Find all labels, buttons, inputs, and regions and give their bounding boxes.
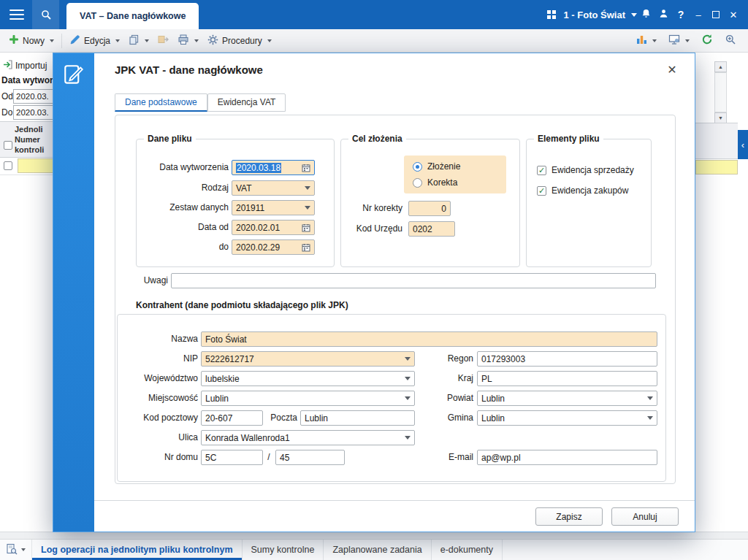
top-bar-right: 1 - Foto Świat ? – ✕: [546, 0, 748, 29]
notifications-button[interactable]: [637, 0, 654, 29]
anuluj-button[interactable]: Anuluj: [611, 507, 679, 526]
uwagi-input[interactable]: [171, 273, 656, 288]
importuj-label: Importuj: [15, 61, 47, 71]
scroll-down-button[interactable]: ▼: [714, 112, 727, 123]
grid-header-line2: Numer: [15, 135, 40, 144]
copy-icon: [129, 34, 140, 47]
field-value: 201911: [236, 203, 264, 213]
powiat-select[interactable]: Lublin: [477, 391, 657, 406]
checkbox-ewidencja-zakupow[interactable]: ✓: [537, 186, 546, 196]
tab-ewidencja-vat[interactable]: Ewidencja VAT: [207, 93, 286, 112]
data-wytworzenia-input[interactable]: 2020.03.18: [232, 160, 315, 175]
nip-select[interactable]: 5222612717: [201, 351, 415, 367]
kraj-input[interactable]: PL: [477, 371, 657, 386]
vertical-scrollbar-track[interactable]: [714, 72, 727, 112]
nowy-button[interactable]: Nowy: [4, 31, 58, 50]
check-icon: ✓: [538, 186, 545, 195]
tab-vat-dane-naglowkowe[interactable]: VAT – Dane nagłówkowe: [66, 3, 199, 29]
user-icon: [658, 8, 669, 21]
maximize-button[interactable]: [707, 0, 725, 29]
view-settings-button[interactable]: [664, 31, 694, 50]
date-od-input[interactable]: 2020.03.: [13, 89, 53, 104]
nr-korekty-label: Nr korekty: [341, 201, 402, 216]
filter-cell-input[interactable]: [695, 160, 738, 174]
minimize-button[interactable]: –: [690, 0, 707, 29]
help-button[interactable]: ?: [672, 0, 690, 29]
zapisz-button[interactable]: Zapisz: [535, 507, 603, 526]
company-selector[interactable]: 1 - Foto Świat: [564, 9, 626, 20]
horizontal-scrollbar[interactable]: [0, 532, 748, 539]
gmina-select[interactable]: Lublin: [477, 410, 657, 426]
collapse-panel-button[interactable]: ‹: [738, 130, 748, 159]
nr-lokalu-input[interactable]: 45: [275, 450, 345, 465]
calendar-icon[interactable]: [302, 164, 310, 172]
scroll-up-button[interactable]: ▲: [714, 61, 727, 72]
bottom-tab-sumy-kontrolne[interactable]: Sumy kontrolne: [243, 540, 324, 560]
row-checkbox[interactable]: [4, 161, 12, 170]
edit-document-icon: [62, 63, 85, 88]
radio-korekta[interactable]: [413, 178, 422, 188]
search-button[interactable]: [32, 0, 59, 29]
dialog-body: JPK VAT - dane nagłówkowe ✕ Dane podstaw…: [94, 53, 695, 532]
bottom-tab-log[interactable]: Log operacji na jednolitym pliku kontrol…: [32, 540, 243, 560]
nr-korekty-input[interactable]: 0: [408, 201, 451, 216]
radio-zlozenie-label: Złożenie: [427, 159, 460, 174]
email-input[interactable]: ap@wp.pl: [477, 450, 657, 465]
tab-dane-podstawowe[interactable]: Dane podstawowe: [115, 93, 207, 112]
kraj-label: Kraj: [395, 371, 473, 386]
procedury-button[interactable]: Procedury: [203, 31, 276, 50]
dialog-close-button[interactable]: ✕: [664, 62, 680, 78]
bottom-tab-e-dokumenty[interactable]: e-dokumenty: [432, 540, 503, 560]
chevron-down-icon: [115, 39, 120, 42]
regon-input[interactable]: 017293003: [477, 351, 657, 367]
date-do-input[interactable]: 2020.03.: [13, 105, 53, 120]
dialog-title: JPK VAT - dane nagłówkowe: [115, 64, 263, 76]
calendar-icon[interactable]: [302, 223, 310, 232]
edycja-button[interactable]: Edycja: [65, 31, 124, 50]
field-value: 5C: [205, 453, 216, 463]
data-wytworzenia-label: Data wytworzenia: [141, 160, 229, 175]
field-value: Lublin: [305, 413, 328, 423]
importuj-button[interactable]: Importuj: [3, 60, 47, 72]
kontrahent-legend: Kontrahent (dane podmiotu składającego p…: [136, 298, 348, 313]
data-do-input[interactable]: 2020.02.29: [232, 239, 315, 255]
hamburger-menu-icon[interactable]: [9, 9, 24, 20]
rodzaj-select[interactable]: VAT: [232, 180, 315, 196]
checkbox-ewidencja-sprzedazy[interactable]: ✓: [537, 166, 546, 175]
refresh-button[interactable]: [697, 31, 717, 50]
window-close-button[interactable]: ✕: [725, 0, 742, 29]
filter-cell-input[interactable]: [18, 158, 53, 173]
procedury-label: Procedury: [222, 36, 262, 46]
radio-zlozenie[interactable]: [413, 162, 422, 172]
field-value: 5222612717: [205, 354, 254, 364]
kod-urzedu-label: Kod Urzędu: [341, 221, 402, 237]
wojewodztwo-select[interactable]: lubelskie: [201, 371, 415, 386]
grid-column-header[interactable]: Jednoli Numer kontroli: [0, 121, 53, 158]
groupbox-kontrahent: Nazwa Foto Świat NIP 5222612717 Regon 01…: [117, 314, 666, 482]
tab-title: VAT – Dane nagłówkowe: [80, 11, 186, 21]
nazwa-input[interactable]: Foto Świat: [201, 331, 657, 347]
analysis-chart-button[interactable]: [632, 31, 661, 50]
nazwa-label: Nazwa: [118, 331, 198, 347]
nr-domu-input[interactable]: 5C: [201, 450, 263, 465]
background-window-right: ▲ ▼ ‹: [695, 53, 748, 532]
calendar-icon[interactable]: [302, 243, 310, 252]
select-all-checkbox[interactable]: [4, 141, 12, 150]
data-od-input[interactable]: 2020.02.01: [232, 220, 315, 235]
zoom-button[interactable]: [720, 31, 741, 50]
chevron-down-icon[interactable]: [631, 13, 637, 17]
print-button[interactable]: [173, 31, 203, 50]
app-grid-icon[interactable]: [546, 9, 557, 20]
bottom-tab-zaplanowane-zadania[interactable]: Zaplanowane zadania: [324, 540, 431, 560]
miejscowosc-select[interactable]: Lublin: [201, 391, 415, 406]
user-button[interactable]: [654, 0, 672, 29]
filter-section-header: Data wytworz: [1, 75, 53, 85]
kod-urzedu-input[interactable]: 0202: [408, 221, 455, 237]
kod-pocztowy-input[interactable]: 20-607: [201, 410, 263, 426]
log-view-button[interactable]: [0, 540, 32, 560]
chevron-down-icon: [267, 39, 272, 42]
zestaw-danych-select[interactable]: 201911: [232, 200, 315, 215]
ulica-select[interactable]: Konrada Wallenroda1: [201, 430, 415, 445]
copy-button[interactable]: [124, 31, 153, 50]
groupbox-elementy-pliku: Elementy pliku ✓ Ewidencja sprzedaży ✓ E…: [526, 139, 652, 267]
